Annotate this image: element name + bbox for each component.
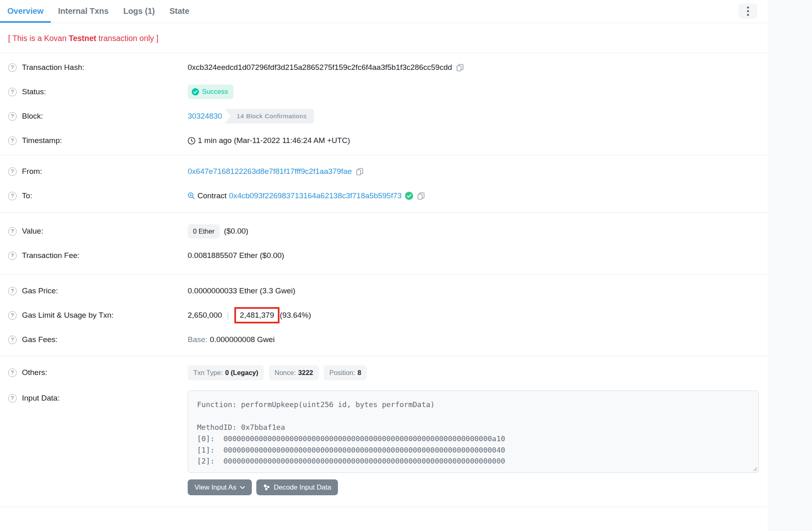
more-options-button[interactable] [738, 4, 757, 19]
check-circle-icon [192, 88, 199, 95]
position-badge: Position:8 [324, 365, 367, 380]
table-row-gas-price: Gas Price: 0.0000000033 Ether (3.3 Gwei) [0, 279, 768, 303]
section-from-to: From: 0x647e7168122263d8e7f81f17fff9c2f1… [0, 155, 768, 212]
gas-used-percent: (93.64%) [280, 311, 311, 320]
view-input-as-button[interactable]: View Input As [188, 479, 252, 495]
row-label-text: Block: [22, 112, 43, 121]
decode-input-data-button[interactable]: Decode Input Data [256, 479, 338, 495]
badge-value: 8 [357, 369, 361, 377]
verified-check-icon [405, 192, 413, 200]
copy-to-address-button[interactable] [417, 192, 425, 200]
annotation-red-box: 2,481,379 [234, 307, 279, 323]
input-data-line: Function: performUpkeep(uint256 id, byte… [197, 399, 749, 410]
badge-label: Nonce: [275, 369, 296, 377]
tab-internal-txns[interactable]: Internal Txns [51, 1, 116, 23]
table-row-gas-fees: Gas Fees: Base: 0.000000008 Gwei [0, 327, 768, 352]
ether-value-badge: 0 Ether [188, 224, 220, 238]
help-icon[interactable] [8, 167, 17, 176]
chevron-down-icon [240, 486, 245, 489]
help-icon[interactable] [8, 311, 17, 320]
input-data-line: [0]: 00000000000000000000000000000000000… [197, 433, 749, 444]
input-data-line [197, 410, 749, 422]
badge-value: 0 (Legacy) [225, 369, 258, 377]
gas-used-value: 2,481,379 [240, 311, 274, 319]
gas-fees-base-label: Base: [188, 335, 208, 344]
tab-bar: Overview Internal Txns Logs (1) State [0, 0, 768, 23]
decode-molecule-icon [263, 484, 270, 491]
view-input-as-label: View Input As [195, 483, 236, 492]
usd-value: ($0.00) [224, 227, 248, 236]
help-icon[interactable] [8, 251, 17, 260]
help-icon[interactable] [8, 227, 17, 236]
table-row-transaction-hash: Transaction Hash: 0xcb324eedcd1d07296fdf… [0, 55, 768, 80]
transaction-fee-value: 0.0081885507 Ether ($0.00) [188, 251, 284, 260]
table-row-transaction-fee: Transaction Fee: 0.0081885507 Ether ($0.… [0, 243, 768, 268]
separator-bar: | [227, 311, 229, 320]
notice-bold: Testnet [69, 34, 96, 43]
from-address-link[interactable]: 0x647e7168122263d8e7f81f17fff9c2f1aa379f… [188, 167, 352, 176]
table-row-to: To: Contract 0x4cb093f226983713164a62138… [0, 184, 768, 208]
row-label-text: Gas Fees: [22, 335, 58, 344]
row-label-text: Input Data: [22, 394, 60, 403]
row-label-text: Transaction Fee: [22, 251, 80, 260]
table-row-block: Block: 30324830 14 Block Confirmations [0, 104, 768, 128]
gas-price-value: 0.0000000033 Ether (3.3 Gwei) [188, 286, 295, 295]
nonce-badge: Nonce:3222 [269, 365, 319, 380]
zoom-in-icon[interactable] [188, 192, 195, 199]
row-label-text: Timestamp: [22, 136, 62, 145]
table-row-status: Status: Success [0, 80, 768, 104]
gas-limit-value: 2,650,000 [188, 311, 222, 320]
transaction-hash-value: 0xcb324eedcd1d07296fdf3d215a2865275f159c… [188, 63, 452, 72]
row-label-text: From: [22, 167, 42, 176]
kebab-icon [747, 7, 749, 16]
row-label-text: Status: [22, 87, 46, 96]
help-icon[interactable] [8, 192, 17, 200]
table-row-others: Others: Txn Type:0 (Legacy) Nonce:3222 P… [0, 360, 768, 385]
section-others-input: Others: Txn Type:0 (Legacy) Nonce:3222 P… [0, 356, 768, 507]
section-hash-status-block-time: Transaction Hash: 0xcb324eedcd1d07296fdf… [0, 53, 768, 155]
help-icon[interactable] [8, 112, 17, 121]
testnet-notice: [ This is a Kovan Testnet transaction on… [0, 23, 768, 53]
contract-prefix: Contract [197, 191, 227, 200]
notice-suffix: transaction only ] [96, 34, 158, 43]
help-icon[interactable] [8, 394, 17, 403]
tab-state[interactable]: State [162, 1, 197, 23]
input-data-textarea[interactable]: Function: performUpkeep(uint256 id, byte… [188, 390, 759, 473]
help-icon[interactable] [8, 137, 17, 145]
copy-icon [417, 192, 425, 200]
tab-logs[interactable]: Logs (1) [116, 1, 162, 23]
notice-prefix: [ This is a Kovan [8, 34, 69, 43]
copy-hash-button[interactable] [456, 64, 464, 72]
input-data-line: [1]: 00000000000000000000000000000000000… [197, 444, 749, 456]
resize-grip-icon[interactable] [752, 466, 757, 471]
section-value-fee: Value: 0 Ether ($0.00) Transaction Fee: … [0, 212, 768, 275]
txn-type-badge: Txn Type:0 (Legacy) [188, 365, 264, 380]
gas-fees-base-value: 0.000000008 Gwei [210, 335, 275, 344]
help-icon[interactable] [8, 336, 17, 344]
row-label-text: To: [22, 191, 32, 200]
decode-input-data-label: Decode Input Data [274, 483, 331, 492]
input-data-line: MethodID: 0x7bbaf1ea [197, 422, 749, 433]
table-row-timestamp: Timestamp: 1 min ago (Mar-11-2022 11:46:… [0, 128, 768, 153]
block-confirmations-badge: 14 Block Confirmations [225, 109, 314, 124]
badge-value: 3222 [298, 369, 313, 377]
help-icon[interactable] [8, 287, 17, 295]
copy-icon [356, 168, 364, 176]
copy-icon [456, 64, 464, 72]
tab-overview[interactable]: Overview [0, 1, 51, 23]
to-address-link[interactable]: 0x4cb093f226983713164a62138c3f718a5b595f… [229, 191, 402, 200]
row-label-text: Gas Limit & Usage by Txn: [22, 311, 114, 320]
help-icon[interactable] [8, 63, 17, 72]
help-icon[interactable] [8, 368, 17, 377]
copy-from-address-button[interactable] [356, 168, 364, 176]
help-icon[interactable] [8, 88, 17, 96]
table-row-gas-limit-usage: Gas Limit & Usage by Txn: 2,650,000 | 2,… [0, 303, 768, 327]
status-badge: Success [188, 85, 234, 99]
row-label-text: Gas Price: [22, 286, 58, 295]
row-label-text: Transaction Hash: [22, 63, 84, 72]
badge-label: Position: [329, 369, 355, 377]
block-number-link[interactable]: 30324830 [188, 112, 222, 121]
table-row-from: From: 0x647e7168122263d8e7f81f17fff9c2f1… [0, 159, 768, 184]
clock-icon [188, 137, 195, 145]
table-row-value: Value: 0 Ether ($0.00) [0, 219, 768, 243]
